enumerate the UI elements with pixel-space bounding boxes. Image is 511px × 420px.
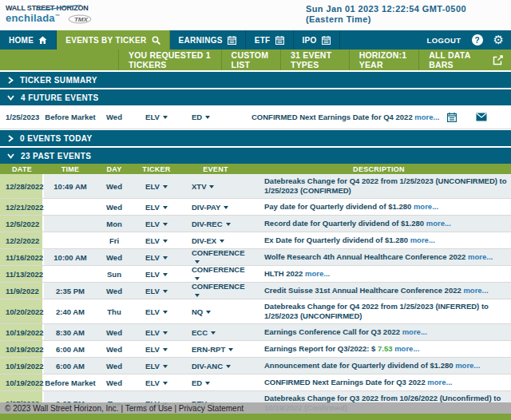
event-description: Earnings Report for Q3/2022: $ 7.53 more… bbox=[250, 344, 511, 354]
current-datetime: Sun Jan 01 2023 12:22:54 GMT-0500 (Easte… bbox=[306, 4, 466, 25]
section-events-today-label: 0 EVENTS TODAY bbox=[20, 134, 93, 143]
cell-time: 6:00 AM bbox=[44, 362, 97, 370]
section-past-events[interactable]: 23 PAST EVENTS bbox=[0, 148, 511, 164]
more-link[interactable]: more... bbox=[455, 361, 480, 370]
help-icon[interactable]: ? bbox=[472, 34, 483, 46]
event-dropdown[interactable]: CONFERENCE bbox=[181, 282, 250, 299]
tab-events-by-ticker[interactable]: EVENTS BY TICKER bbox=[57, 30, 169, 50]
section-future-events-label: 4 FUTURE EVENTS bbox=[21, 93, 99, 102]
chevron-down-icon bbox=[163, 331, 168, 335]
ticker-dropdown[interactable]: ELV bbox=[132, 113, 181, 121]
column-header-ticker: TICKER bbox=[132, 165, 181, 173]
tab-ipo[interactable]: IPO bbox=[294, 30, 340, 50]
event-dropdown[interactable]: DIV-PAY bbox=[181, 203, 250, 212]
event-description: Earnings Conference Call for Q3 2022 mor… bbox=[250, 327, 511, 337]
ticker-dropdown[interactable]: ELV bbox=[132, 236, 181, 245]
more-link[interactable]: more... bbox=[468, 252, 493, 261]
cell-day: Wed bbox=[97, 203, 132, 212]
more-link[interactable]: more... bbox=[414, 113, 439, 121]
tab-etf[interactable]: ETF bbox=[246, 30, 294, 50]
column-header-date: DATE bbox=[0, 165, 44, 173]
gear-icon[interactable]: ⚙ bbox=[493, 34, 504, 46]
event-dropdown[interactable]: ERN-RPT bbox=[181, 345, 250, 354]
cell-day: Thu bbox=[97, 307, 132, 316]
more-link[interactable]: more... bbox=[427, 378, 452, 386]
requested-tickers-button[interactable]: YOU REQUESTED 1 TICKERS bbox=[118, 50, 221, 70]
ticker-dropdown[interactable]: ELV bbox=[132, 307, 181, 316]
cell-date: 11/13/2022 bbox=[0, 266, 44, 282]
calendar-icon bbox=[275, 36, 284, 45]
horizon-button[interactable]: HORIZON:1 YEAR bbox=[349, 50, 418, 70]
more-link[interactable]: more... bbox=[402, 327, 427, 336]
add-to-calendar-icon[interactable] bbox=[447, 113, 457, 122]
cell-date: 12/2/2022 bbox=[0, 232, 44, 248]
more-link[interactable]: more... bbox=[410, 236, 435, 244]
cell-date: 12/5/2022 bbox=[0, 216, 44, 232]
event-dropdown[interactable]: XTV bbox=[181, 182, 250, 191]
chevron-down-icon bbox=[163, 365, 168, 368]
event-dropdown[interactable]: DIV-ANC bbox=[181, 362, 250, 370]
table-row: 10/19/20226:00 AMWedELVERN-RPTEarnings R… bbox=[0, 341, 511, 358]
chevron-down-icon bbox=[205, 116, 210, 119]
custom-list-button[interactable]: CUSTOM LIST bbox=[221, 50, 280, 70]
chevron-down-icon bbox=[226, 223, 231, 226]
more-link[interactable]: more... bbox=[393, 344, 420, 353]
section-future-events[interactable]: 4 FUTURE EVENTS bbox=[0, 89, 511, 105]
event-dropdown[interactable]: CONFERENCE bbox=[181, 265, 250, 283]
more-link[interactable]: more... bbox=[414, 202, 438, 211]
cell-day: Wed bbox=[97, 113, 132, 121]
chevron-down-icon bbox=[163, 290, 168, 293]
section-ticker-summary[interactable]: TICKER SUMMARY bbox=[0, 72, 511, 88]
cell-day: Wed bbox=[97, 287, 132, 295]
ticker-dropdown[interactable]: ELV bbox=[132, 220, 181, 228]
table-row: 10/19/2022Before MarketWedELVEDCONFIRMED… bbox=[0, 374, 511, 391]
ticker-dropdown[interactable]: ELV bbox=[132, 203, 181, 212]
event-dropdown[interactable]: DIV-EX bbox=[181, 236, 250, 245]
event-dropdown[interactable]: NQ bbox=[181, 307, 250, 316]
more-link[interactable]: more... bbox=[426, 219, 451, 228]
data-bars-button[interactable]: ALL DATA BARS bbox=[418, 50, 485, 70]
table-row: 11/13/2022SunELVCONFERENCEHLTH 2022 more… bbox=[0, 266, 511, 283]
ticker-dropdown[interactable]: ELV bbox=[132, 345, 181, 354]
section-events-today[interactable]: 0 EVENTS TODAY bbox=[0, 130, 511, 146]
event-dropdown[interactable]: CONFERENCE bbox=[181, 248, 250, 266]
ticker-dropdown[interactable]: ELV bbox=[132, 362, 181, 370]
ticker-dropdown[interactable]: ELV bbox=[132, 287, 181, 295]
event-dropdown[interactable]: ED bbox=[181, 113, 250, 121]
terms-of-use-link[interactable]: Terms of Use bbox=[125, 404, 175, 413]
eps-value: 7.53 bbox=[378, 344, 393, 353]
chevron-right-icon bbox=[7, 135, 14, 142]
event-types-button[interactable]: 31 EVENT TYPES bbox=[280, 50, 349, 70]
ticker-dropdown[interactable]: ELV bbox=[132, 182, 181, 191]
ticker-dropdown[interactable]: ELV bbox=[132, 270, 181, 279]
export-button[interactable] bbox=[485, 50, 511, 70]
table-row: 12/21/2022WedELVDIV-PAYPay date for Quar… bbox=[0, 199, 511, 216]
app-window: WALL STREET HORIZON enchilada™ TMX Sun J… bbox=[0, 0, 511, 420]
more-link[interactable]: more... bbox=[305, 269, 330, 278]
chevron-down-icon bbox=[195, 294, 200, 297]
event-description: Ex Date for Quarterly dividend of $1.280… bbox=[250, 236, 511, 245]
cell-day: Mon bbox=[97, 220, 132, 228]
past-events-rows: 12/28/202210:49 AMWedELVXTVDatebreaks Ch… bbox=[0, 174, 511, 416]
tab-home[interactable]: HOME bbox=[0, 30, 57, 50]
chevron-down-icon bbox=[163, 348, 168, 351]
calendar-icon bbox=[322, 36, 331, 45]
event-dropdown[interactable]: DIV-REC bbox=[181, 220, 250, 228]
ticker-dropdown[interactable]: ELV bbox=[132, 328, 181, 337]
ticker-dropdown[interactable]: ELV bbox=[132, 378, 181, 387]
logout-button[interactable]: LOGOUT bbox=[427, 36, 461, 45]
cell-time: Before Market bbox=[44, 113, 97, 121]
table-row: 12/2/2022FriELVDIV-EXEx Date for Quarter… bbox=[0, 232, 511, 249]
ticker-dropdown[interactable]: ELV bbox=[132, 253, 181, 262]
event-dropdown[interactable]: ED bbox=[181, 378, 250, 387]
cell-time: 2:40 AM bbox=[44, 307, 97, 316]
more-link[interactable]: more... bbox=[463, 286, 488, 295]
privacy-statement-link[interactable]: Privacy Statement bbox=[179, 404, 244, 413]
event-dropdown[interactable]: ECC bbox=[181, 328, 250, 337]
cell-date: 12/28/2022 bbox=[0, 174, 44, 198]
email-alert-icon[interactable] bbox=[476, 113, 487, 121]
tab-earnings[interactable]: EARNINGS bbox=[170, 30, 246, 50]
tmx-logo: TMX bbox=[68, 15, 94, 24]
chevron-down-icon bbox=[163, 311, 168, 314]
footer-bar: © 2023 Wall Street Horizon, Inc. | Terms… bbox=[0, 402, 511, 414]
